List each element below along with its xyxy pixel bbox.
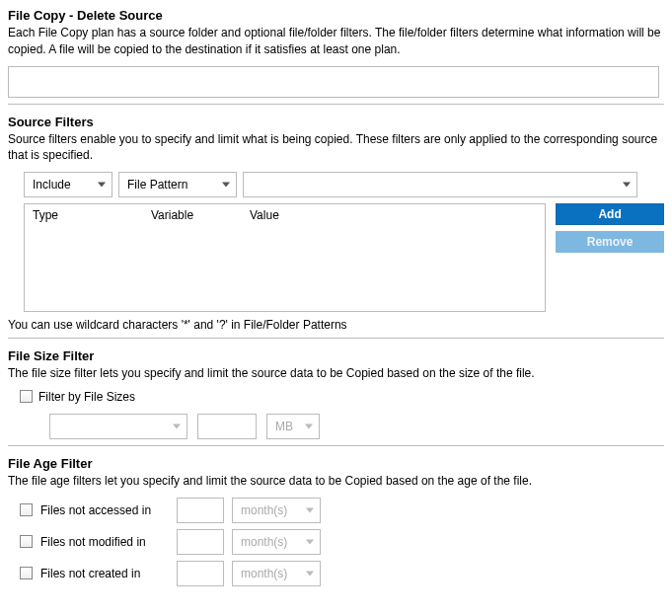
filter-value-dropdown[interactable] [243,172,637,197]
age-modified-unit-dropdown: month(s) [232,529,321,555]
age-modified-unit-label: month(s) [241,535,287,549]
chevron-down-icon [173,424,181,428]
chevron-down-icon [306,507,314,512]
chevron-down-icon [306,539,314,544]
filter-by-size-label: Filter by File Sizes [38,390,135,404]
chevron-down-icon [305,424,313,428]
age-created-unit-dropdown: month(s) [232,561,321,586]
chevron-down-icon [98,183,106,188]
age-accessed-input [177,498,224,523]
include-dropdown-label: Include [33,178,71,192]
source-filters-title: Source Filters [8,115,664,129]
file-copy-title: File Copy - Delete Source [8,8,664,23]
file-size-title: File Size Filter [8,348,664,363]
age-row-accessed: Files not accessed in month(s) [20,498,664,523]
source-folder-input[interactable] [8,66,659,98]
col-value: Value [250,208,537,222]
file-age-title: File Age Filter [8,456,664,471]
age-modified-checkbox[interactable] [20,535,33,548]
age-created-input [177,561,224,586]
file-size-desc: The file size filter lets you specify an… [8,365,664,382]
source-filters-desc: Source filters enable you to specify and… [8,131,664,165]
pattern-dropdown-label: File Pattern [127,178,187,192]
filters-table: Type Variable Value [24,203,546,312]
divider [8,104,664,105]
size-unit-label: MB [275,420,293,433]
filter-by-size-checkbox[interactable] [20,390,33,403]
age-created-checkbox[interactable] [20,567,33,579]
filters-table-header: Type Variable Value [25,204,545,226]
chevron-down-icon [222,183,230,188]
wildcard-hint: You can use wildcard characters '*' and … [8,318,664,332]
age-row-created: Files not created in month(s) [20,561,664,586]
size-comparator-dropdown [49,414,187,439]
file-age-desc: The file age filters let you specify and… [8,473,664,490]
size-value-input [197,414,257,439]
chevron-down-icon [306,571,314,576]
age-modified-input [177,529,224,555]
divider [8,445,664,446]
age-created-unit-label: month(s) [241,567,287,580]
age-row-modified: Files not modified in month(s) [20,529,664,555]
age-accessed-label: Files not accessed in [40,503,169,517]
include-dropdown[interactable]: Include [24,172,112,197]
col-variable: Variable [151,208,250,222]
age-created-label: Files not created in [40,567,169,580]
age-accessed-unit-dropdown: month(s) [232,498,321,523]
file-copy-desc: Each File Copy plan has a source folder … [8,25,664,58]
size-unit-dropdown: MB [266,414,320,439]
age-accessed-checkbox[interactable] [20,503,33,516]
pattern-dropdown[interactable]: File Pattern [118,172,237,197]
remove-button: Remove [556,231,664,253]
add-button[interactable]: Add [556,203,664,225]
col-type: Type [33,208,151,222]
age-accessed-unit-label: month(s) [241,503,287,517]
divider [8,338,664,339]
age-modified-label: Files not modified in [40,535,169,549]
chevron-down-icon [623,183,631,188]
